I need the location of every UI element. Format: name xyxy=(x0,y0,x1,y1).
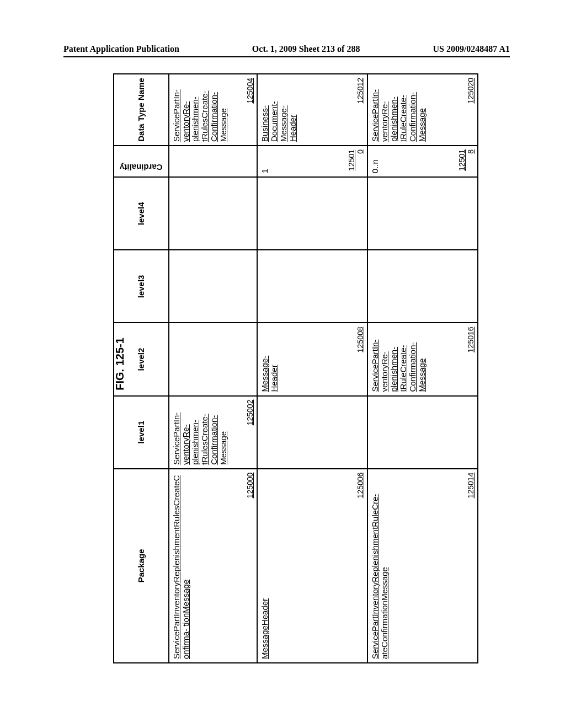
cell-package: MessageHeader 125006 xyxy=(257,469,367,663)
cell-cardinality: 0..n 125018 xyxy=(367,146,478,177)
col-level4: level4 xyxy=(114,177,169,250)
col-cardinality-label: Cardinality xyxy=(116,162,166,173)
cell-text: 0..n xyxy=(370,149,380,173)
col-cardinality: Cardinality xyxy=(114,146,169,177)
data-table: Package level1 level2 level3 level4 Card… xyxy=(113,73,478,663)
ref-number: 125020 xyxy=(466,78,475,142)
cell-level2: ServicePartIn- ventoryRe- plenishmen- tR… xyxy=(367,323,478,395)
cell-level2: Message- Header 125008 xyxy=(257,323,367,395)
ref-number: 125018 xyxy=(457,149,475,173)
ref-number: 125000 xyxy=(246,473,254,659)
cell-text: ServicePartIn- ventoryRe- plenishmen- tR… xyxy=(370,326,427,392)
cell-level1 xyxy=(367,396,478,469)
cell-text: MessageHeader xyxy=(260,473,269,659)
cell-level3 xyxy=(169,250,257,323)
cell-text: Message- Header xyxy=(260,326,279,392)
ref-number: 125004 xyxy=(246,78,254,142)
col-level2: level2 xyxy=(114,323,169,395)
cell-level4 xyxy=(367,177,478,250)
cell-level1: ServicePartIn- ventoryRe- plenishmen- tR… xyxy=(169,396,257,469)
cell-level4 xyxy=(257,177,367,250)
ref-number: 125006 xyxy=(356,473,365,659)
cell-package: ServicePartInventoryReplenishmentRulesCr… xyxy=(169,469,257,663)
cell-text: Business- Document- Message- Header xyxy=(260,78,297,142)
cell-text: ServicePartIn- ventoryRe- plenishmen- tR… xyxy=(172,400,228,465)
cell-text: 1 xyxy=(260,149,269,173)
cell-level1 xyxy=(257,396,367,469)
table-header-row: Package level1 level2 level3 level4 Card… xyxy=(114,74,169,663)
cell-text: ServicePartIn- ventoryRe- plenishmen- tR… xyxy=(172,78,228,142)
col-package: Package xyxy=(114,469,169,663)
header-right: US 2009/0248487 A1 xyxy=(433,44,510,54)
col-datatype: Data Type Name xyxy=(114,74,169,146)
col-level3: level3 xyxy=(114,250,169,323)
ref-number: 125014 xyxy=(466,473,475,659)
ref-number: 125002 xyxy=(246,400,254,465)
header-left: Patent Application Publication xyxy=(63,44,179,54)
cell-level4 xyxy=(169,177,257,250)
cell-level3 xyxy=(367,250,478,323)
table-body: ServicePartInventoryReplenishmentRulesCr… xyxy=(169,74,478,663)
cell-level3 xyxy=(257,250,367,323)
cell-text: ServicePartInventoryReplenishmentRulesCr… xyxy=(172,473,190,659)
cell-text: ServicePartInventoryReplenishmentRuleCre… xyxy=(370,473,389,659)
cell-level2 xyxy=(169,323,257,395)
cell-cardinality: 1 125010 xyxy=(257,146,367,177)
ref-number: 125016 xyxy=(466,326,475,392)
cell-cardinality xyxy=(169,146,257,177)
table-row: ServicePartInventoryReplenishmentRuleCre… xyxy=(367,74,478,663)
data-table-wrap: Package level1 level2 level3 level4 Card… xyxy=(113,355,565,663)
cell-datatype: Business- Document- Message- Header 1250… xyxy=(257,74,367,146)
ref-number: 125010 xyxy=(347,149,365,173)
ref-number: 125012 xyxy=(356,78,365,142)
ref-number: 125008 xyxy=(356,326,365,392)
page-header: Patent Application Publication Oct. 1, 2… xyxy=(63,44,510,57)
cell-datatype: ServicePartIn- ventoryRe- plenishmen- tR… xyxy=(367,74,478,146)
table-row: ServicePartInventoryReplenishmentRulesCr… xyxy=(169,74,257,663)
cell-package: ServicePartInventoryReplenishmentRuleCre… xyxy=(367,469,478,663)
cell-datatype: ServicePartIn- ventoryRe- plenishmen- tR… xyxy=(169,74,257,146)
cell-text: ServicePartIn- ventoryRe- plenishmen- tR… xyxy=(370,78,427,142)
header-mid: Oct. 1, 2009 Sheet 213 of 288 xyxy=(252,44,360,54)
col-level1: level1 xyxy=(114,396,169,469)
table-row: MessageHeader 125006 Message- Header 125… xyxy=(257,74,367,663)
